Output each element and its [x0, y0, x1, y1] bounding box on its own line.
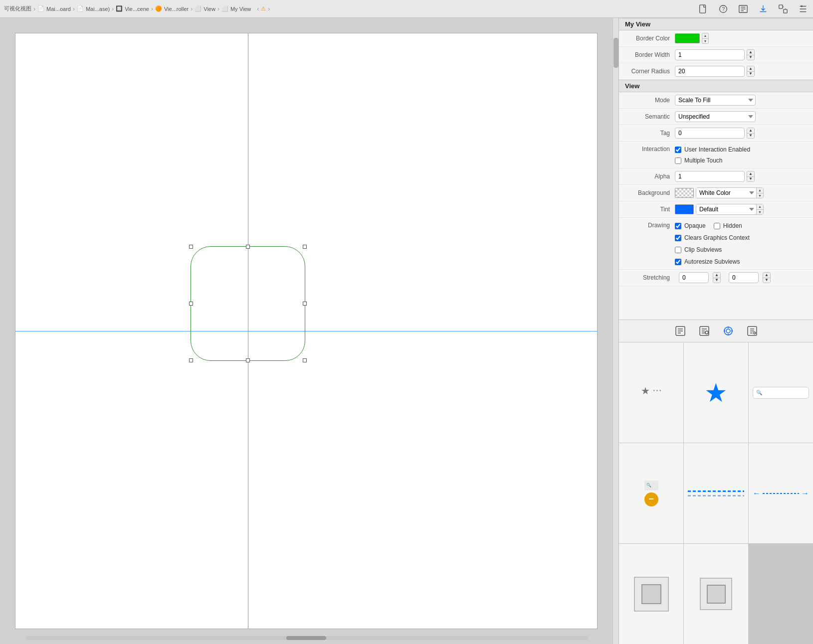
panel-content: My View Border Color ▲ ▼ Border Width — [619, 18, 813, 320]
view-section-header: View — [619, 80, 813, 92]
widget-star-list[interactable]: ★ • • • — [619, 342, 683, 443]
user-interaction-checkbox[interactable] — [675, 147, 681, 153]
stretching-y-up[interactable]: ▲ — [763, 273, 770, 278]
border-width-stepper[interactable]: ▲ ▼ — [747, 49, 755, 60]
breadcrumb-2[interactable]: Mai...ase) — [86, 6, 110, 12]
tag-stepper[interactable]: ▲ ▼ — [747, 128, 755, 139]
semantic-select[interactable]: Unspecified Playback Spatial — [675, 111, 756, 122]
connections-panel-icon[interactable] — [745, 324, 759, 338]
background-color-swatch[interactable] — [675, 188, 694, 198]
tag-down[interactable]: ▼ — [747, 134, 754, 139]
svg-rect-8 — [784, 9, 787, 12]
canvas-area[interactable] — [0, 18, 612, 644]
tag-input[interactable] — [675, 128, 745, 139]
breadcrumb-5[interactable]: View — [203, 6, 215, 12]
tint-dropdown-stepper[interactable]: Default Custom ▲ ▼ — [696, 204, 764, 215]
background-up[interactable]: ▲ — [757, 188, 763, 193]
outer-rect-1 — [634, 577, 669, 612]
autoresize-checkbox[interactable] — [675, 259, 681, 265]
corner-radius-stepper[interactable]: ▲ ▼ — [747, 66, 755, 77]
widget-scrollview-minus[interactable]: 🔍 − — [619, 443, 683, 543]
widget-nested-square-1[interactable] — [619, 544, 683, 644]
star-dots: • • • — [653, 388, 661, 393]
alpha-down[interactable]: ▼ — [747, 177, 754, 182]
handle-bottom-left[interactable] — [189, 358, 193, 362]
alpha-up[interactable]: ▲ — [747, 171, 754, 177]
attributes-inspector-icon[interactable] — [673, 324, 687, 338]
widget-nested-square-2[interactable] — [684, 544, 748, 644]
border-color-up[interactable]: ▲ — [702, 33, 708, 39]
scrollbar-thumb[interactable] — [286, 636, 326, 640]
widget-search-bar[interactable]: 🔍 — [749, 342, 813, 443]
canvas-horizontal-scrollbar[interactable] — [25, 636, 588, 640]
stretching-x-up[interactable]: ▲ — [713, 273, 720, 278]
help-icon[interactable]: ? — [717, 3, 729, 15]
border-color-down[interactable]: ▼ — [702, 39, 708, 44]
background-stepper-arrows[interactable]: ▲ ▼ — [756, 188, 763, 198]
clears-graphics-checkbox[interactable] — [675, 235, 681, 241]
sep4: › — [151, 5, 153, 12]
opaque-checkbox[interactable] — [675, 223, 681, 229]
stretching-x-input[interactable] — [679, 272, 709, 283]
inspector-icon[interactable] — [797, 3, 809, 15]
stretching-y-input[interactable] — [729, 272, 759, 283]
library-icon[interactable] — [737, 3, 749, 15]
border-color-stepper[interactable]: ▲ ▼ — [702, 33, 709, 44]
corner-radius-down[interactable]: ▼ — [747, 72, 754, 77]
handle-mid-right[interactable] — [303, 302, 307, 306]
user-interaction-label: User Interaction Enabled — [684, 146, 750, 153]
tint-down[interactable]: ▼ — [757, 210, 763, 215]
background-dropdown-stepper[interactable]: White Color Clear Color Custom ▲ ▼ — [696, 187, 764, 198]
tint-up[interactable]: ▲ — [757, 204, 763, 210]
widget-star-large[interactable]: ★ — [684, 342, 748, 443]
tag-up[interactable]: ▲ — [747, 128, 754, 134]
selected-view-rect[interactable] — [191, 246, 305, 361]
stretching-y-stepper[interactable]: ▲ ▼ — [763, 272, 771, 283]
breadcrumb-1[interactable]: Mai...oard — [46, 6, 71, 12]
panel-scrollbar-thumb[interactable] — [613, 38, 618, 68]
border-color-swatch[interactable] — [675, 33, 700, 43]
tint-select[interactable]: Default Custom — [696, 204, 756, 214]
clip-subviews-label: Clip Subviews — [684, 246, 722, 253]
connections-icon[interactable] — [777, 3, 789, 15]
hidden-checkbox[interactable] — [714, 223, 720, 229]
widget-library: ★ • • • ★ 🔍 🔍 — [619, 342, 813, 644]
multiple-touch-checkbox[interactable] — [675, 158, 681, 164]
stretching-x-down[interactable]: ▼ — [713, 278, 720, 283]
handle-mid-left[interactable] — [189, 302, 193, 306]
tint-stepper-arrows[interactable]: ▲ ▼ — [756, 204, 763, 214]
handle-bottom-center[interactable] — [246, 358, 250, 362]
border-width-input[interactable] — [675, 49, 745, 60]
border-width-down[interactable]: ▼ — [747, 55, 754, 60]
background-down[interactable]: ▼ — [757, 193, 763, 198]
breadcrumb-home[interactable]: 可视化视图 — [4, 5, 31, 12]
small-star-icon: ★ — [641, 385, 650, 397]
identity-inspector-icon[interactable] — [697, 324, 711, 338]
panel-vertical-scrollbar[interactable] — [612, 18, 618, 644]
handle-top-left[interactable] — [189, 245, 193, 249]
mode-select[interactable]: Scale To Fill Scale To Fit Redraw Center — [675, 95, 756, 106]
alpha-stepper[interactable]: ▲ ▼ — [747, 171, 755, 182]
widget-dashed-h[interactable] — [684, 443, 748, 543]
stretching-x-stepper[interactable]: ▲ ▼ — [713, 272, 721, 283]
widget-dashed-arrow[interactable]: ← → — [749, 443, 813, 543]
alpha-input[interactable] — [675, 171, 745, 182]
handle-top-center[interactable] — [246, 245, 250, 249]
breadcrumb-6[interactable]: My View — [230, 6, 251, 12]
breadcrumb-3[interactable]: Vie...cene — [125, 6, 149, 12]
handle-top-right[interactable] — [303, 245, 307, 249]
handle-bottom-right[interactable] — [303, 358, 307, 362]
corner-radius-up[interactable]: ▲ — [747, 66, 754, 72]
tint-color-swatch[interactable] — [675, 204, 694, 214]
background-row: Background White Color Clear Color Custo… — [619, 185, 813, 201]
new-doc-icon[interactable] — [697, 3, 709, 15]
border-width-up[interactable]: ▲ — [747, 50, 754, 55]
download-icon[interactable] — [757, 3, 769, 15]
user-interaction-row: User Interaction Enabled — [675, 145, 750, 155]
corner-radius-input[interactable] — [675, 66, 745, 77]
breadcrumb-4[interactable]: Vie...roller — [164, 6, 189, 12]
size-inspector-icon[interactable] — [721, 324, 735, 338]
stretching-y-down[interactable]: ▼ — [763, 278, 770, 283]
clip-subviews-checkbox[interactable] — [675, 247, 681, 253]
background-select[interactable]: White Color Clear Color Custom — [696, 188, 756, 198]
